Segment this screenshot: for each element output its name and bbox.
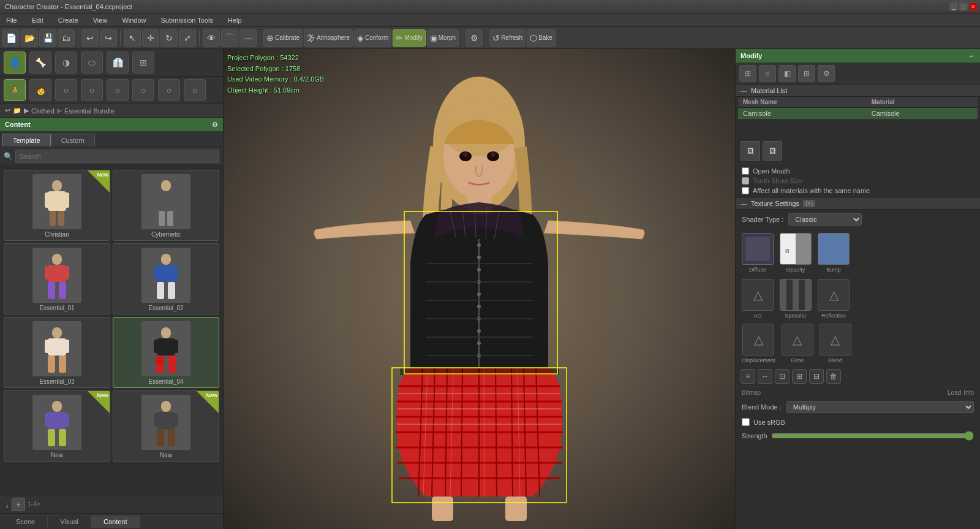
lp-icon-circle6[interactable]: ○ [184,79,206,101]
tex-action-paste[interactable]: ⊞ [792,369,807,384]
tb-undo[interactable]: ↩ [81,29,99,47]
tex-ao-thumb[interactable]: △ [742,279,774,311]
rp-tb-grid[interactable]: ⊞ [798,65,815,82]
mat-thumb-2[interactable]: 🖼 [763,141,782,161]
lp-scroll-down[interactable]: ↓ [5,500,9,509]
menu-window[interactable]: Window [118,15,149,25]
grid-item-cybernetic[interactable]: Cybernetic [113,170,219,241]
tex-glow-thumb[interactable]: △ [782,324,813,356]
bot-tab-visual[interactable]: Visual [48,516,91,528]
tb-select[interactable]: ↖ [124,29,141,47]
rp-expand[interactable]: ↔ [968,52,975,59]
lp-icon-avatar[interactable]: 🧍 [4,79,26,101]
grid-item-new1[interactable]: New New [4,390,110,462]
tb-save[interactable]: 💾 [39,29,56,47]
tb-open[interactable]: 📂 [21,29,38,47]
bc-folder[interactable]: 📁 [13,107,21,115]
bot-tab-content[interactable]: Content [91,516,140,528]
menu-submission[interactable]: Submission Tools [157,15,217,25]
tb-settings[interactable]: ⚙ [466,29,483,47]
blend-mode-select[interactable]: Multiply Normal Screen Overlay [786,401,974,413]
grid-item-christian[interactable]: New Christian [4,170,110,241]
menu-file[interactable]: File [2,15,21,25]
shader-type-select[interactable]: Classic PBR Toon [788,213,862,226]
lp-icon-person[interactable]: 🧑 [29,79,51,101]
tex-collapse-btn[interactable]: — [741,200,747,207]
mat-collapse-btn[interactable]: — [741,87,747,94]
tex-action-mirror[interactable]: ↔ [758,369,772,384]
lp-icon-circle5[interactable]: ○ [158,79,180,101]
tb-saveas[interactable]: 🗂 [58,29,75,47]
tb-bake[interactable]: ⬡Bake [527,29,556,47]
grid-item-new2[interactable]: New New [113,390,219,462]
lp-icon-shape[interactable]: ◑ [55,51,77,74]
tex-bump-thumb[interactable] [818,233,850,265]
bitmap-info[interactable]: Info [963,389,974,396]
lp-icon-shape2[interactable]: ⬭ [81,51,103,74]
lp-icon-attach[interactable]: ⊞ [132,51,154,74]
content-options[interactable]: ⚙ [212,121,218,129]
lp-icon-circle4[interactable]: ○ [132,79,154,101]
bc-clothed[interactable]: Clothed [31,107,55,115]
menu-create[interactable]: Create [55,15,82,25]
tb-morph[interactable]: ◉Morph [427,29,459,47]
menu-view[interactable]: View [89,15,111,25]
lp-icon-circle3[interactable]: ○ [107,79,129,101]
lp-icon-bones[interactable]: 🦴 [29,51,51,74]
tb-redo[interactable]: ↪ [100,29,117,47]
grid-item-essential04[interactable]: Essential_04 [113,317,219,388]
lp-icon-circle2[interactable]: ○ [81,79,103,101]
lp-icon-circle1[interactable]: ○ [55,79,77,101]
tb-modify[interactable]: ✏Modify [393,29,425,47]
search-input[interactable] [15,150,219,163]
menu-help[interactable]: Help [224,15,246,25]
lp-icon-cloth[interactable]: 👔 [107,51,129,74]
cb-affect-all[interactable] [742,187,749,194]
tex-action-clear[interactable]: ⊟ [809,369,824,384]
cb-use-srgb[interactable] [742,418,750,426]
tex-action-delete[interactable]: 🗑 [826,369,841,384]
tex-diffuse-thumb[interactable] [742,233,774,265]
mat-thumb-1[interactable]: 🖼 [741,141,760,161]
tex-reflection-thumb[interactable]: △ [818,279,850,311]
tex-displacement-thumb[interactable]: △ [742,324,774,356]
bc-arrow-right[interactable]: ▶ [24,107,29,115]
mat-row-empty[interactable] [738,120,978,131]
tex-action-align[interactable]: ≡ [741,369,755,384]
tb-atmosphere[interactable]: 🌫Atmosphere [304,29,353,47]
tex-blend-thumb[interactable]: △ [820,324,851,356]
tab-template[interactable]: Template [2,134,51,147]
rp-tb-morph[interactable]: ⊞ [739,65,756,82]
grid-item-essential03[interactable]: Essential_03 [4,317,110,388]
rp-tb-settings[interactable]: ⚙ [818,65,835,82]
tb-new[interactable]: 📄 [2,29,20,47]
minimize-button[interactable]: _ [949,2,958,11]
tb-refresh[interactable]: ↺Refresh [489,29,526,47]
tex-action-copy[interactable]: ⊡ [775,369,790,384]
tb-calibrate[interactable]: ⊕Calibrate [263,29,303,47]
tb-scale[interactable]: ⤢ [179,29,196,47]
bc-back[interactable]: ↩ [5,107,10,115]
grid-item-essential02[interactable]: Essential_02 [113,243,219,314]
tex-specular-thumb[interactable] [780,279,812,311]
rp-tb-shape[interactable]: ≡ [759,65,776,82]
cb-open-mouth[interactable] [742,167,749,175]
tb-view3[interactable]: — [239,29,257,47]
rp-tb-material[interactable]: ◧ [778,65,796,82]
mat-row-camisole[interactable]: Camisole Camisole [738,108,978,120]
tb-move[interactable]: ✛ [142,29,159,47]
bitmap-load[interactable]: Load [948,389,961,396]
strength-slider[interactable] [771,431,974,441]
maximize-button[interactable]: □ [959,2,968,11]
tb-view-persp[interactable]: 👁 [203,29,220,47]
bot-tab-scene[interactable]: Scene [4,516,48,528]
menu-edit[interactable]: Edit [28,15,47,25]
tab-custom[interactable]: Custom [51,134,95,147]
viewport[interactable]: Project Polygon : 54322 Selected Polygon… [224,49,735,529]
tex-opacity-thumb[interactable]: ||| [780,233,812,265]
tb-view2[interactable]: ⌒ [221,29,238,47]
tb-rotate[interactable]: ↻ [160,29,178,47]
bc-essential[interactable]: Essential Bundle [64,107,115,115]
tb-conform[interactable]: ◈Conform [354,29,391,47]
lp-add-button[interactable]: + [12,498,25,511]
